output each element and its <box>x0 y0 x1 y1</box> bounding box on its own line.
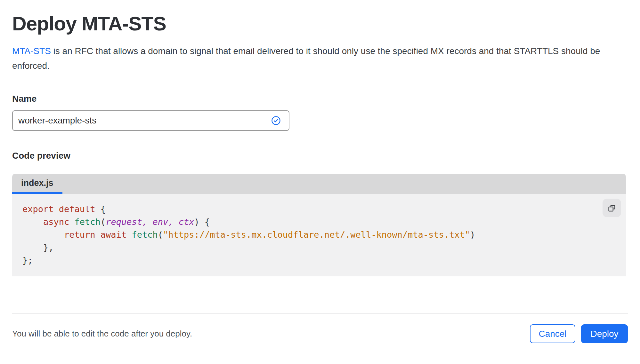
code-line: }, <box>22 241 626 254</box>
name-field-label: Name <box>12 94 628 104</box>
code-line: }; <box>22 254 626 267</box>
footer-divider <box>12 313 628 314</box>
page-title: Deploy MTA-STS <box>12 0 628 35</box>
footer-note: You will be able to edit the code after … <box>12 329 192 339</box>
footer-actions: Cancel Deploy <box>530 324 628 343</box>
check-circle-icon <box>271 116 281 125</box>
footer: You will be able to edit the code after … <box>12 324 628 343</box>
code-lines: export default { async fetch(request, en… <box>22 203 626 267</box>
deploy-button[interactable]: Deploy <box>581 324 628 343</box>
deploy-mta-sts-page: Deploy MTA-STS MTA-STS is an RFC that al… <box>0 0 640 343</box>
code-line: export default { <box>22 203 626 216</box>
tab-index-js[interactable]: index.js <box>12 174 62 194</box>
code-line: return await fetch("https://mta-sts.mx.c… <box>22 228 626 241</box>
code-preview-heading: Code preview <box>12 151 628 161</box>
copy-code-button[interactable] <box>603 199 621 217</box>
cancel-button[interactable]: Cancel <box>530 324 575 343</box>
code-tab-bar: index.js <box>12 174 626 194</box>
description-body: is an RFC that allows a domain to signal… <box>12 46 600 71</box>
code-preview-card: index.js export default { async fetch(re… <box>12 174 626 276</box>
description-text: MTA-STS is an RFC that allows a domain t… <box>12 44 617 73</box>
name-input-wrap <box>12 110 289 131</box>
name-input[interactable] <box>12 110 289 131</box>
code-line: async fetch(request, env, ctx) { <box>22 216 626 228</box>
mta-sts-link[interactable]: MTA-STS <box>12 46 51 56</box>
code-area: export default { async fetch(request, en… <box>12 194 626 276</box>
copy-icon <box>607 203 617 213</box>
